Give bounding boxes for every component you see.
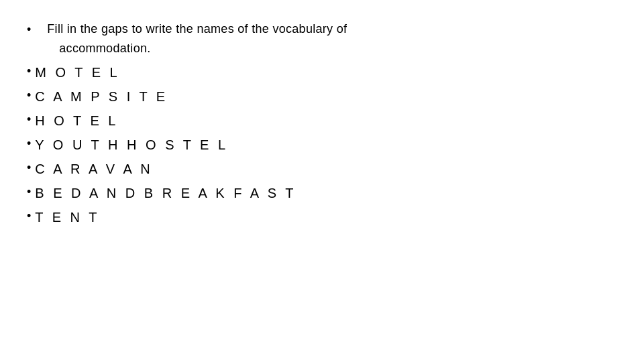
text-youth-hostel: Y O U T H H O S T E L: [35, 134, 228, 156]
list-item-youth-hostel: • Y O U T H H O S T E L: [27, 134, 347, 156]
text-tent: T E N T: [35, 206, 99, 228]
bullet-campsite: •: [27, 86, 31, 105]
main-content: • Fill in the gaps to write the names of…: [27, 20, 347, 231]
intro-line1: Fill in the gaps to write the names of t…: [47, 20, 347, 38]
list-item-campsite: • C A M P S I T E: [27, 86, 347, 107]
bullet-tent: •: [27, 206, 31, 226]
text-hotel: H O T E L: [35, 110, 118, 131]
bullet-bed-breakfast: •: [27, 182, 31, 202]
text-campsite: C A M P S I T E: [35, 86, 168, 107]
text-caravan: C A R A V A N: [35, 158, 152, 180]
intro-item: • Fill in the gaps to write the names of…: [27, 20, 347, 59]
bullet-youth-hostel: •: [27, 134, 31, 154]
intro-bullet: •: [27, 20, 31, 40]
bullet-caravan: •: [27, 158, 31, 178]
list-item-motel: • M O T E L: [27, 62, 347, 83]
bullet-motel: •: [27, 62, 31, 81]
text-bed-breakfast: B E D A N D B R E A K F A S T: [35, 182, 296, 204]
intro-line2: accommodation.: [59, 40, 347, 58]
list-item-caravan: • C A R A V A N: [27, 158, 347, 180]
bullet-hotel: •: [27, 110, 31, 129]
list-item-tent: • T E N T: [27, 206, 347, 228]
text-motel: M O T E L: [35, 62, 119, 83]
list-item-hotel: • H O T E L: [27, 110, 347, 131]
intro-paragraph: Fill in the gaps to write the names of t…: [35, 20, 347, 59]
list-item-bed-breakfast: • B E D A N D B R E A K F A S T: [27, 182, 347, 204]
